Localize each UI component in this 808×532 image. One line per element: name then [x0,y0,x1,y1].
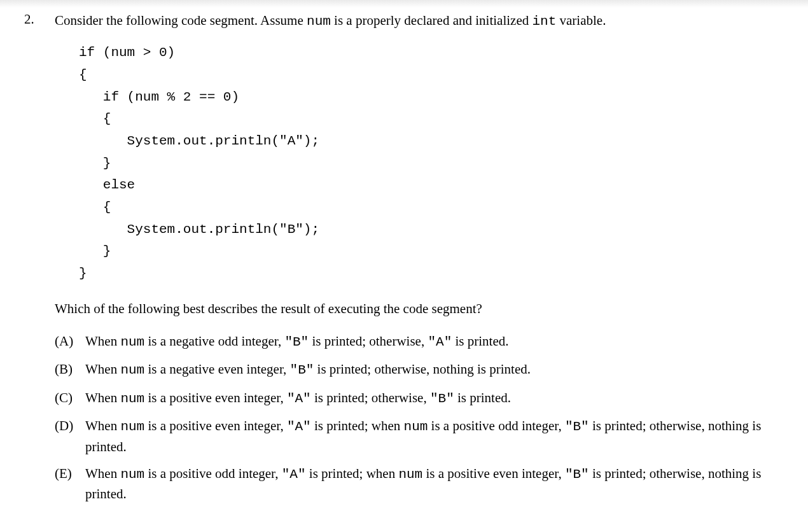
choice-letter: (E) [55,464,85,483]
choice-row[interactable]: (C)When num is a positive even integer, … [55,388,776,409]
code-inline: num [120,335,144,349]
choice-letter: (A) [55,332,85,351]
choice-text: When num is a negative odd integer, "B" … [85,332,776,352]
prompt-text-0: Consider the following code segment. Ass… [55,13,307,28]
text-inline: When [85,418,120,433]
text-inline: is a positive even integer, [144,390,287,405]
choice-text: When num is a positive even integer, "A"… [85,416,776,456]
answer-choices: (A)When num is a negative odd integer, "… [55,332,776,504]
code-inline: num [120,363,144,377]
code-segment: if (num > 0) { if (num % 2 == 0) { Syste… [79,42,776,284]
choice-row[interactable]: (A)When num is a negative odd integer, "… [55,332,776,352]
code-inline: "A" [287,391,311,406]
text-inline: is printed. [452,333,508,349]
choice-text: When num is a positive odd integer, "A" … [85,464,776,504]
text-inline: is printed; otherwise, [309,333,428,349]
prompt-text-2: variable. [560,13,606,28]
code-inline: num [120,419,144,434]
text-inline: When [85,466,120,481]
choice-row[interactable]: (B)When num is a negative even integer, … [55,360,776,380]
code-inline: num [120,391,144,406]
choice-text: When num is a positive even integer, "A"… [85,388,776,409]
text-inline: When [85,390,120,405]
choice-letter: (B) [55,360,85,379]
text-inline: is printed; otherwise, nothing is printe… [314,361,531,377]
prompt-code-0: num [307,14,331,29]
text-inline: is printed; when [306,466,399,481]
code-inline: num [120,467,144,482]
exam-page: 2. Consider the following code segment. … [0,0,808,531]
question-number: 2. [19,11,55,27]
code-inline: "B" [565,419,589,434]
code-inline: num [404,419,428,434]
prompt-text-1: is a properly declared and initialized [334,13,532,28]
question-block: 2. Consider the following code segment. … [19,11,789,512]
question-body: Consider the following code segment. Ass… [55,11,789,512]
text-inline: is printed; otherwise, [311,390,430,405]
text-inline: is a negative odd integer, [144,333,284,349]
code-inline: "A" [282,467,306,482]
text-inline: is a positive odd integer, [144,466,282,481]
code-inline: "B" [565,467,589,482]
choice-text: When num is a negative even integer, "B"… [85,360,776,380]
text-inline: is printed; when [311,418,404,433]
text-inline: When [85,361,120,377]
choice-letter: (C) [55,388,85,407]
code-inline: num [398,467,422,482]
choice-letter: (D) [55,416,85,435]
code-inline: "B" [430,391,454,406]
choice-row[interactable]: (D)When num is a positive even integer, … [55,416,776,456]
text-inline: is printed. [454,390,511,405]
question-prompt: Consider the following code segment. Ass… [55,11,776,31]
choice-row[interactable]: (E)When num is a positive odd integer, "… [55,464,776,504]
text-inline: is a negative even integer, [144,361,289,377]
code-inline: "A" [428,335,452,349]
code-inline: "A" [287,419,311,434]
code-inline: "B" [284,335,309,349]
question-subprompt: Which of the following best describes th… [55,300,776,318]
text-inline: is a positive even integer, [144,418,287,433]
code-inline: "B" [290,363,314,377]
text-inline: is a positive even integer, [422,466,565,481]
prompt-code-1: int [532,14,556,29]
text-inline: is a positive odd integer, [428,418,565,433]
text-inline: When [85,333,120,349]
